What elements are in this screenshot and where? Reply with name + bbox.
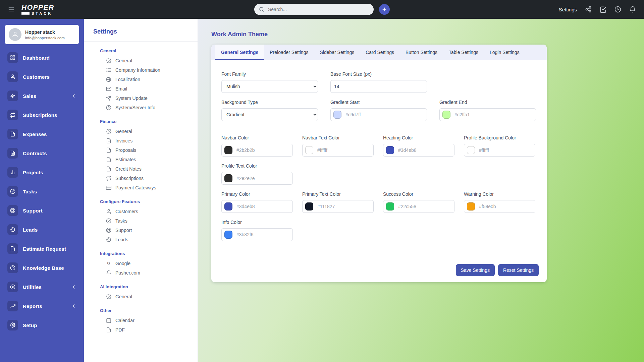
warning-color-hex-input[interactable]	[478, 203, 532, 209]
navbar-color-swatch[interactable]	[224, 146, 232, 154]
gradient-start-hex-input[interactable]	[345, 112, 424, 118]
chevron-left-icon	[71, 303, 76, 309]
sidebar-item-leads[interactable]: Leads	[4, 222, 80, 238]
quick-add-button[interactable]	[379, 4, 390, 15]
settings-nav-item-finance-estimates[interactable]: Estimates	[100, 155, 190, 164]
topbar-settings-link[interactable]: Settings	[559, 7, 577, 12]
settings-nav-item-finance-proposals[interactable]: Proposals	[100, 145, 190, 155]
primary-text-color-hex-input[interactable]	[317, 203, 371, 209]
gradient-end-hex-input[interactable]	[454, 112, 533, 118]
settings-nav-item-configure-features-customers[interactable]: Customers	[100, 207, 190, 216]
sidebar-item-tasks[interactable]: Tasks	[4, 183, 80, 199]
share-button[interactable]	[585, 6, 592, 13]
sidebar-item-estimate-request[interactable]: Estimate Request	[4, 241, 80, 257]
save-settings-button[interactable]: Save Settings	[456, 264, 495, 276]
settings-nav-item-finance-credit-notes[interactable]: Credit Notes	[100, 164, 190, 174]
field-label: Info Color	[221, 220, 293, 225]
sidebar-item-support[interactable]: Support	[4, 202, 80, 219]
profile-text-color-swatch[interactable]	[224, 174, 232, 182]
sidebar-item-dashboard[interactable]: Dashboard	[4, 50, 80, 66]
settings-nav-item-configure-features-support[interactable]: Support	[100, 226, 190, 235]
primary-color-swatch[interactable]	[224, 202, 232, 210]
sidebar-item-sales[interactable]: Sales	[4, 88, 80, 104]
sidebar-item-subscriptions[interactable]: Subscriptions	[4, 107, 80, 123]
google-icon: G	[106, 261, 111, 266]
navbar-color-hex-input[interactable]	[236, 147, 290, 153]
settings-nav-item-label: Support	[115, 228, 132, 233]
settings-nav-item-general-system-server-info[interactable]: System/Server Info	[100, 103, 190, 112]
heading-color-hex-input[interactable]	[397, 147, 451, 153]
tab-table-settings[interactable]: Table Settings	[443, 45, 484, 60]
primary-text-color-swatch[interactable]	[305, 202, 313, 210]
field-label: Warning Color	[464, 191, 535, 197]
sidebar-item-projects[interactable]: Projects	[4, 164, 80, 180]
profile-card[interactable]: Hopper stack info@hopperstack.com	[5, 25, 79, 44]
tab-login-settings[interactable]: Login Settings	[484, 45, 525, 60]
settings-nav-item-finance-general[interactable]: General	[100, 127, 190, 136]
sidebar-item-expenses[interactable]: Expenses	[4, 126, 80, 142]
settings-nav-item-finance-invoices[interactable]: Invoices	[100, 136, 190, 145]
sidebar-item-setup[interactable]: Setup	[4, 317, 80, 333]
topbar-left: HOPPER STACK	[8, 4, 109, 15]
sidebar-item-reports[interactable]: Reports	[4, 298, 80, 314]
tab-button-settings[interactable]: Button Settings	[400, 45, 443, 60]
primary-color-hex-input[interactable]	[236, 203, 290, 209]
settings-nav-item-integrations-google[interactable]: GGoogle	[100, 259, 190, 268]
settings-nav-item-general-system-update[interactable]: System Update	[100, 94, 190, 103]
settings-nav-item-general-company-information[interactable]: Company Information	[100, 65, 190, 75]
sidebar-item-utilities[interactable]: Utilities	[4, 279, 80, 295]
success-color-swatch[interactable]	[386, 202, 394, 210]
success-color-hex-input[interactable]	[397, 203, 451, 209]
tab-card-settings[interactable]: Card Settings	[360, 45, 400, 60]
field-profile-text-color: Profile Text Color	[221, 163, 293, 185]
settings-nav-item-label: General	[115, 58, 132, 63]
warning-color-swatch[interactable]	[467, 202, 475, 210]
sidebar-icon-box	[7, 110, 18, 120]
settings-nav-item-configure-features-leads[interactable]: Leads	[100, 235, 190, 244]
tab-sidebar-settings[interactable]: Sidebar Settings	[314, 45, 360, 60]
reset-settings-button[interactable]: Reset Settings	[498, 264, 539, 276]
settings-nav-item-configure-features-tasks[interactable]: Tasks	[100, 216, 190, 226]
sidebar-item-contracts[interactable]: Contracts	[4, 145, 80, 161]
field-warning-color: Warning Color	[464, 191, 535, 213]
global-search[interactable]	[254, 4, 374, 15]
settings-nav-item-general-email[interactable]: Email	[100, 84, 190, 94]
settings-nav-item-general-general[interactable]: General	[100, 56, 190, 65]
history-button[interactable]	[614, 6, 621, 13]
card-footer: Save Settings Reset Settings	[211, 258, 547, 282]
sidebar-item-label: Contracts	[23, 150, 47, 156]
settings-nav-item-label: Tasks	[115, 218, 127, 224]
tasks-button[interactable]	[600, 6, 606, 13]
base-font-size-px-input[interactable]	[330, 80, 427, 93]
menu-toggle-button[interactable]	[8, 6, 15, 13]
background-type-select[interactable]: Gradient	[221, 108, 318, 121]
profile-background-color-swatch[interactable]	[467, 146, 475, 154]
settings-nav-item-integrations-pusher-com[interactable]: Pusher.com	[100, 268, 190, 278]
settings-nav-item-ai-integration-general[interactable]: General	[100, 292, 190, 301]
navbar-text-color-swatch[interactable]	[305, 146, 313, 154]
sidebar-item-customers[interactable]: Customers	[4, 69, 80, 85]
settings-nav-item-label: Calendar	[115, 318, 135, 323]
profile-background-color-hex-input[interactable]	[478, 147, 532, 153]
sidebar-item-knowledge-base[interactable]: Knowledge Base	[4, 260, 80, 276]
search-input[interactable]	[267, 6, 369, 12]
font-family-select[interactable]: Mulish	[221, 80, 318, 93]
navbar-text-color-hex-input[interactable]	[317, 147, 371, 153]
settings-nav-item-other-calendar[interactable]: Calendar	[100, 316, 190, 325]
tab-preloader-settings[interactable]: Preloader Settings	[264, 45, 314, 60]
settings-nav-item-general-localization[interactable]: Localization	[100, 75, 190, 84]
heading-color-swatch[interactable]	[386, 146, 394, 154]
info-color-hex-input[interactable]	[236, 232, 290, 238]
info-color-swatch[interactable]	[224, 231, 232, 239]
tab-general-settings[interactable]: General Settings	[215, 45, 264, 60]
topbar-right: Settings	[535, 6, 636, 13]
settings-nav-item-finance-payment-gateways[interactable]: Payment Gateways	[100, 183, 190, 192]
field-gradient-end: Gradient End	[439, 100, 536, 121]
profile-text-color-hex-input[interactable]	[236, 175, 290, 181]
gradient-end-swatch[interactable]	[442, 111, 450, 119]
settings-nav-item-other-pdf[interactable]: PDF	[100, 325, 190, 335]
main-sidebar: Hopper stack info@hopperstack.com Dashbo…	[0, 19, 84, 362]
gradient-start-swatch[interactable]	[333, 111, 341, 119]
notifications-button[interactable]	[629, 6, 636, 13]
settings-nav-item-finance-subscriptions[interactable]: Subscriptions	[100, 174, 190, 183]
